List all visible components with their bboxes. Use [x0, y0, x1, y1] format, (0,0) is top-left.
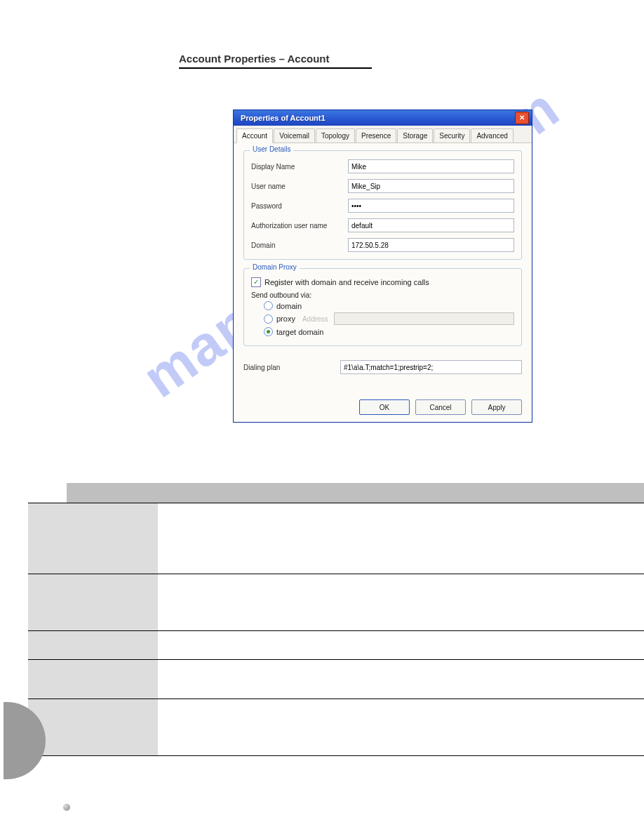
- table-row: [158, 699, 644, 755]
- table-row: [28, 631, 67, 659]
- dialing-plan-label: Dialing plan: [243, 364, 340, 371]
- tab-security[interactable]: Security: [434, 128, 470, 143]
- table-row: [67, 699, 158, 755]
- user-details-legend: User Details: [250, 145, 293, 153]
- password-input[interactable]: [348, 199, 514, 213]
- domain-proxy-legend: Domain Proxy: [250, 263, 300, 271]
- password-label: Password: [251, 202, 348, 210]
- table-row: [28, 660, 67, 699]
- tab-voicemail[interactable]: Voicemail: [274, 128, 315, 143]
- tab-storage[interactable]: Storage: [397, 128, 433, 143]
- radio-target-label: target domain: [276, 328, 323, 336]
- display-name-input[interactable]: [348, 159, 514, 173]
- user-name-input[interactable]: [348, 179, 514, 193]
- domain-proxy-group: Domain Proxy ✓ Register with domain and …: [243, 268, 522, 346]
- proxy-address-label: Address: [302, 315, 328, 323]
- table-row: [158, 574, 644, 630]
- auth-user-input[interactable]: [348, 218, 514, 232]
- dialing-plan-input[interactable]: [340, 360, 522, 374]
- radio-domain[interactable]: [264, 301, 273, 310]
- footer-bullet-icon: [63, 804, 70, 811]
- auth-user-label: Authorization user name: [251, 222, 348, 230]
- radio-proxy[interactable]: [264, 315, 273, 324]
- check-icon: ✓: [253, 279, 259, 286]
- titlebar: Properties of Account1 ✕: [234, 110, 532, 126]
- section-header: Account Properties – Account: [179, 53, 372, 69]
- table-row: [67, 574, 158, 630]
- radio-target-domain[interactable]: [264, 327, 273, 336]
- table-header-1: [28, 483, 67, 503]
- tab-strip: Account Voicemail Topology Presence Stor…: [234, 126, 532, 143]
- table-row: [158, 631, 644, 659]
- send-outbound-label: Send outbound via:: [251, 291, 514, 299]
- table-row: [28, 503, 67, 574]
- tab-topology[interactable]: Topology: [316, 128, 355, 143]
- tab-account[interactable]: Account: [236, 128, 273, 143]
- dialog-button-row: OK Cancel Apply: [359, 399, 522, 415]
- dialog-title: Properties of Account1: [236, 114, 326, 122]
- ok-button[interactable]: OK: [359, 399, 410, 415]
- radio-proxy-label: proxy: [276, 315, 295, 323]
- close-icon: ✕: [519, 114, 525, 121]
- table-row: [158, 503, 644, 574]
- table-row: [28, 574, 67, 630]
- register-checkbox[interactable]: ✓: [251, 277, 261, 287]
- register-label: Register with domain and receive incomin…: [264, 278, 429, 286]
- user-name-label: User name: [251, 183, 348, 190]
- table-row: [67, 631, 158, 659]
- data-table: [28, 483, 644, 756]
- proxy-address-input: [334, 312, 514, 325]
- table-row: [158, 660, 644, 699]
- table-row: [67, 503, 158, 574]
- close-button[interactable]: ✕: [515, 112, 529, 124]
- tab-advanced[interactable]: Advanced: [471, 128, 513, 143]
- table-row: [67, 660, 158, 699]
- properties-dialog: Properties of Account1 ✕ Account Voicema…: [233, 110, 532, 423]
- tab-presence[interactable]: Presence: [356, 128, 396, 143]
- display-name-label: Display Name: [251, 163, 348, 171]
- table-header-3: [158, 483, 644, 503]
- dialog-body: User Details Display Name User name Pass…: [234, 143, 532, 422]
- radio-selected-icon: [267, 330, 270, 333]
- domain-label: Domain: [251, 241, 348, 249]
- cancel-button[interactable]: Cancel: [415, 399, 466, 415]
- domain-input[interactable]: [348, 238, 514, 252]
- user-details-group: User Details Display Name User name Pass…: [243, 150, 522, 260]
- table-header-2: [67, 483, 158, 503]
- radio-domain-label: domain: [276, 302, 302, 310]
- apply-button[interactable]: Apply: [471, 399, 522, 415]
